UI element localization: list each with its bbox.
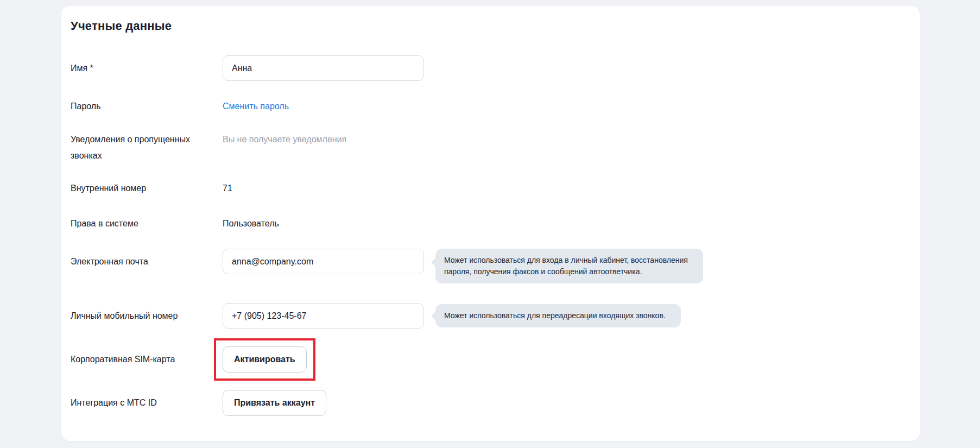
notifications-label: Уведомления о пропущенных звонках bbox=[71, 131, 223, 164]
mobile-tooltip: Может использоваться для переадресации в… bbox=[435, 304, 681, 327]
account-details-card: Учетные данные Имя * Пароль Сменить паро… bbox=[61, 6, 920, 441]
change-password-link[interactable]: Сменить пароль bbox=[223, 101, 289, 112]
page-title: Учетные данные bbox=[71, 20, 920, 32]
mobile-tooltip-text: Может использоваться для переадресации в… bbox=[444, 311, 666, 320]
red-highlight-frame: Активировать bbox=[214, 338, 315, 381]
name-input[interactable] bbox=[223, 55, 424, 81]
rights-value: Пользователь bbox=[223, 218, 279, 229]
form-row-rights: Права в системе Пользователь bbox=[71, 218, 920, 229]
form-row-notifications: Уведомления о пропущенных звонках Вы не … bbox=[71, 131, 920, 164]
form-row-extension: Внутренний номер 71 bbox=[71, 183, 920, 194]
mobile-label: Личный мобильный номер bbox=[71, 303, 223, 329]
form-row-email: Электронная почта Может использоваться д… bbox=[71, 249, 920, 283]
email-label: Электронная почта bbox=[71, 249, 223, 274]
extension-label: Внутренний номер bbox=[71, 183, 223, 194]
form-row-mts-id: Интеграция с МТС ID Привязать аккаунт bbox=[71, 390, 920, 416]
extension-value: 71 bbox=[223, 183, 232, 194]
form-row-sim: Корпоративная SIM-карта Активировать bbox=[71, 338, 920, 381]
email-tooltip: Может использоваться для входа в личный … bbox=[435, 249, 703, 283]
sim-label: Корпоративная SIM-карта bbox=[71, 354, 223, 365]
rights-label: Права в системе bbox=[71, 218, 223, 229]
mts-id-label: Интеграция с МТС ID bbox=[71, 397, 223, 408]
activate-sim-button[interactable]: Активировать bbox=[223, 346, 307, 373]
form-row-password: Пароль Сменить пароль bbox=[71, 101, 920, 112]
form-row-mobile: Личный мобильный номер Может использоват… bbox=[71, 303, 920, 329]
link-account-button[interactable]: Привязать аккаунт bbox=[223, 390, 326, 416]
notifications-status-text: Вы не получаете уведомления bbox=[223, 131, 346, 148]
name-label: Имя * bbox=[71, 63, 223, 74]
tooltip-tail-icon bbox=[431, 257, 442, 268]
form-row-name: Имя * bbox=[71, 55, 920, 81]
mobile-input[interactable] bbox=[223, 303, 424, 329]
password-label: Пароль bbox=[71, 101, 223, 112]
email-input[interactable] bbox=[223, 249, 424, 274]
email-tooltip-text: Может использоваться для входа в личный … bbox=[444, 256, 688, 276]
tooltip-tail-icon bbox=[431, 311, 442, 321]
